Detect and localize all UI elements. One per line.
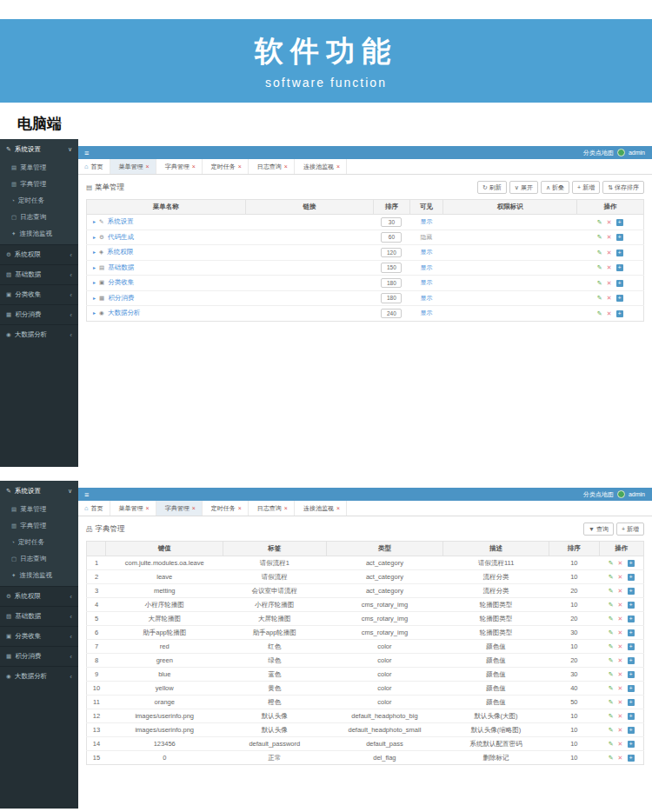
edit-icon[interactable]: ✎ xyxy=(597,295,602,301)
caret-icon[interactable]: ▸ xyxy=(93,250,96,255)
caret-icon[interactable]: ▸ xyxy=(93,235,96,240)
close-icon[interactable]: × xyxy=(146,163,150,170)
add-icon[interactable]: + xyxy=(616,250,623,256)
delete-icon[interactable]: ✕ xyxy=(618,629,623,636)
sidebar-item[interactable]: ▢ 日志查询 xyxy=(0,550,78,567)
sidebar-item[interactable]: ▤ 菜单管理 xyxy=(0,501,78,517)
edit-icon[interactable]: ✎ xyxy=(597,280,602,286)
sort-input[interactable]: 150 xyxy=(381,263,402,273)
delete-icon[interactable]: ✕ xyxy=(618,699,623,705)
edit-icon[interactable]: ✎ xyxy=(609,755,614,761)
close-icon[interactable]: × xyxy=(284,505,288,511)
caret-icon[interactable]: ▸ xyxy=(93,310,96,316)
sidebar-section[interactable]: ◉ 大数据分析 ‹ xyxy=(0,666,78,686)
menu-name-link[interactable]: 大数据分析 xyxy=(108,309,141,316)
delete-icon[interactable]: ✕ xyxy=(607,250,612,256)
toolbar-button[interactable]: ↻ 刷新 xyxy=(477,181,507,194)
menu-name-link[interactable]: 代码生成 xyxy=(108,233,134,241)
close-icon[interactable]: × xyxy=(336,163,340,170)
sidebar-group-header[interactable]: ✎ 系统设置 ∨ xyxy=(0,481,78,501)
username[interactable]: admin xyxy=(629,491,645,497)
edit-icon[interactable]: ✎ xyxy=(597,234,602,240)
map-link[interactable]: 分类点地图 xyxy=(583,149,614,157)
delete-icon[interactable]: ✕ xyxy=(618,643,623,649)
toolbar-button[interactable]: ∨ 展开 xyxy=(509,181,538,194)
close-icon[interactable]: × xyxy=(192,505,196,511)
sidebar-item[interactable]: ▥ 字典管理 xyxy=(0,517,78,534)
sort-input[interactable]: 180 xyxy=(381,293,402,303)
add-icon[interactable]: + xyxy=(628,643,635,650)
tab[interactable]: 日志查询 × xyxy=(249,501,295,516)
close-icon[interactable]: × xyxy=(238,505,242,511)
add-icon[interactable]: + xyxy=(628,713,635,720)
tab[interactable]: 连接池监视 × xyxy=(295,501,347,516)
sidebar-item[interactable]: ▢ 日志查询 xyxy=(0,209,78,225)
tab[interactable]: ⌂ 首页 xyxy=(78,159,110,174)
sidebar-item[interactable]: ✦ 连接池监视 xyxy=(0,225,78,242)
toolbar-button[interactable]: + 新增 xyxy=(616,522,644,536)
tab[interactable]: 字典管理 × xyxy=(156,501,203,516)
tab[interactable]: 字典管理 × xyxy=(156,159,203,174)
sidebar-section[interactable]: ◉ 大数据分析 ‹ xyxy=(0,324,78,344)
sort-input[interactable]: 60 xyxy=(381,232,402,243)
add-icon[interactable]: + xyxy=(628,588,635,595)
add-icon[interactable]: + xyxy=(628,629,635,636)
tab[interactable]: 菜单管理 × xyxy=(110,159,156,174)
add-icon[interactable]: + xyxy=(616,280,623,287)
edit-icon[interactable]: ✎ xyxy=(609,643,614,649)
sidebar-group-header[interactable]: ✎ 系统设置 ∨ xyxy=(0,139,78,159)
delete-icon[interactable]: ✕ xyxy=(618,755,623,761)
add-icon[interactable]: + xyxy=(628,741,635,748)
sidebar-section[interactable]: ▣ 分类收集 ‹ xyxy=(0,626,78,646)
add-icon[interactable]: + xyxy=(628,602,635,609)
close-icon[interactable]: × xyxy=(336,505,340,511)
edit-icon[interactable]: ✎ xyxy=(597,250,602,256)
add-icon[interactable]: + xyxy=(616,234,623,241)
close-icon[interactable]: × xyxy=(284,163,288,170)
menu-name-link[interactable]: 分类收集 xyxy=(108,278,134,286)
delete-icon[interactable]: ✕ xyxy=(618,602,623,608)
edit-icon[interactable]: ✎ xyxy=(609,588,614,594)
toolbar-button[interactable]: + 新增 xyxy=(572,181,600,194)
sort-input[interactable]: 180 xyxy=(381,278,402,289)
sort-input[interactable]: 120 xyxy=(381,248,402,258)
sidebar-section[interactable]: ▧ 基础数据 ‹ xyxy=(0,264,78,284)
hamburger-icon[interactable]: ≡ xyxy=(78,490,95,499)
add-icon[interactable]: + xyxy=(628,657,635,664)
sidebar-item[interactable]: ▥ 字典管理 xyxy=(0,176,78,192)
delete-icon[interactable]: ✕ xyxy=(607,234,612,240)
edit-icon[interactable]: ✎ xyxy=(597,219,602,225)
delete-icon[interactable]: ✕ xyxy=(618,741,623,747)
delete-icon[interactable]: ✕ xyxy=(618,588,623,594)
delete-icon[interactable]: ✕ xyxy=(607,295,612,301)
edit-icon[interactable]: ✎ xyxy=(597,264,602,270)
sidebar-item[interactable]: ◔ 定时任务 xyxy=(0,534,78,550)
sidebar-section[interactable]: ▦ 积分消费 ‹ xyxy=(0,304,78,324)
edit-icon[interactable]: ✎ xyxy=(609,657,614,663)
tab[interactable]: 日志查询 × xyxy=(249,159,295,174)
sidebar-section[interactable]: ▧ 基础数据 ‹ xyxy=(0,606,78,626)
sort-input[interactable]: 240 xyxy=(381,309,402,319)
edit-icon[interactable]: ✎ xyxy=(597,310,602,316)
close-icon[interactable]: × xyxy=(192,163,196,170)
edit-icon[interactable]: ✎ xyxy=(609,685,614,691)
caret-icon[interactable]: ▸ xyxy=(93,265,96,270)
edit-icon[interactable]: ✎ xyxy=(609,602,614,608)
sidebar-section[interactable]: ⚙ 系统权限 ‹ xyxy=(0,586,78,606)
edit-icon[interactable]: ✎ xyxy=(609,671,614,677)
close-icon[interactable]: × xyxy=(146,505,150,511)
add-icon[interactable]: + xyxy=(628,699,635,706)
sidebar-item[interactable]: ▤ 菜单管理 xyxy=(0,159,78,176)
edit-icon[interactable]: ✎ xyxy=(609,574,614,580)
toolbar-button[interactable]: ⇅ 保存排序 xyxy=(602,181,644,194)
add-icon[interactable]: + xyxy=(616,310,623,317)
add-icon[interactable]: + xyxy=(628,755,635,762)
add-icon[interactable]: + xyxy=(628,671,635,678)
toolbar-button[interactable]: ∧ 折叠 xyxy=(541,181,569,194)
add-icon[interactable]: + xyxy=(616,295,623,302)
delete-icon[interactable]: ✕ xyxy=(607,310,612,316)
delete-icon[interactable]: ✕ xyxy=(618,560,623,566)
sidebar-item[interactable]: ✦ 连接池监视 xyxy=(0,567,78,583)
sidebar-section[interactable]: ⚙ 系统权限 ‹ xyxy=(0,244,78,264)
add-icon[interactable]: + xyxy=(616,219,623,226)
